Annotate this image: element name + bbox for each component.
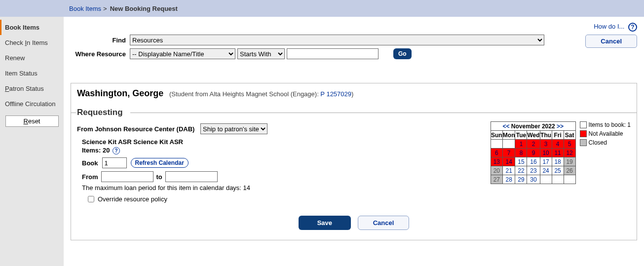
cal-dow: Sat	[564, 131, 575, 140]
breadcrumb-link[interactable]: Book Items	[69, 5, 101, 12]
from-location: Johnson Resource Center (DAB)	[95, 125, 194, 133]
book-label: Book	[82, 159, 98, 167]
sidebar-item-check-in[interactable]: Check In Items	[0, 35, 64, 50]
from-date-label: From	[82, 173, 98, 181]
cal-day: 2	[527, 140, 540, 149]
from-label: From	[77, 125, 93, 133]
cancel-search-button[interactable]: Cancel	[585, 35, 637, 48]
cal-title: November 2022	[511, 123, 555, 130]
cal-day: 20	[491, 166, 502, 175]
go-button[interactable]: Go	[393, 48, 412, 59]
cal-day: 1	[515, 140, 527, 149]
attribute-select[interactable]: -- Displayable Name/Title	[130, 48, 235, 59]
cal-day: 26	[564, 166, 575, 175]
legend-closed: Closed	[589, 139, 607, 146]
legend-book: Items to book: 1	[589, 121, 631, 128]
breadcrumb-current: New Booking Request	[110, 5, 178, 12]
sidebar: Book Items Check In Items Renew Item Sta…	[0, 17, 64, 266]
from-date-input[interactable]	[101, 171, 153, 182]
to-date-label: to	[156, 173, 162, 181]
cal-dow: Tue	[515, 131, 527, 140]
cal-day[interactable]: 16	[527, 157, 540, 166]
patron-id-link[interactable]: P 1257029	[320, 90, 351, 98]
sidebar-item-patron-status[interactable]: Patron Status	[0, 81, 64, 96]
book-qty-input[interactable]	[102, 157, 127, 168]
swatch-book	[580, 121, 587, 128]
loan-period-msg: The maximum loan period for this item in…	[82, 184, 481, 191]
cal-day[interactable]: 23	[527, 166, 540, 175]
cal-day: 10	[540, 149, 552, 157]
items-label: Items:	[82, 147, 101, 154]
where-label: Where Resource	[71, 50, 130, 58]
cal-day: 12	[564, 149, 575, 157]
cal-dow: Sun	[491, 131, 502, 140]
cal-day[interactable]: 30	[527, 175, 540, 184]
save-button[interactable]: Save	[299, 216, 351, 230]
override-label: Override resource policy	[98, 195, 167, 203]
refresh-calendar-button[interactable]: Refresh Calendar	[131, 158, 189, 168]
cancel-button[interactable]: Cancel	[358, 216, 410, 230]
cal-day: 9	[527, 149, 540, 157]
cal-day[interactable]: 24	[540, 166, 552, 175]
cal-day: 7	[502, 149, 515, 157]
help-link[interactable]: How do I...	[594, 23, 624, 30]
item-title: Science Kit ASR Science Kit ASR	[82, 138, 481, 146]
cal-day	[552, 175, 564, 184]
cal-day[interactable]: 28	[502, 175, 515, 184]
cal-day[interactable]: 17	[540, 157, 552, 166]
cal-day[interactable]: 21	[502, 166, 515, 175]
reset-button[interactable]: Reset	[5, 115, 59, 127]
to-date-input[interactable]	[165, 171, 218, 182]
main-content: How do I... ? Cancel Find Resources Wher…	[64, 17, 644, 266]
breadcrumb-bar: Book Items > New Booking Request	[0, 0, 644, 17]
help-icon[interactable]: ?	[628, 23, 637, 32]
find-label: Find	[71, 37, 130, 44]
breadcrumb-separator: >	[103, 5, 107, 12]
reset-label: eset	[28, 117, 40, 125]
cal-dow: Thu	[540, 131, 552, 140]
cal-day: 4	[552, 140, 564, 149]
cal-day: 5	[564, 140, 575, 149]
cal-day: 11	[552, 149, 564, 157]
cal-day	[502, 140, 515, 149]
cal-day[interactable]: 18	[552, 157, 564, 166]
cal-day[interactable]: 25	[552, 166, 564, 175]
cal-day: 6	[491, 149, 502, 157]
cal-dow: Mon	[502, 131, 515, 140]
cal-day: 8	[515, 149, 527, 157]
operator-select[interactable]: Starts With	[237, 48, 285, 59]
cal-dow: Wed	[527, 131, 540, 140]
legend-na: Not Available	[589, 130, 623, 137]
cal-day[interactable]: 29	[515, 175, 527, 184]
patron-name: Washington, George	[77, 88, 163, 98]
cal-prev[interactable]: <<	[503, 123, 510, 130]
cal-day: 19	[564, 157, 575, 166]
cal-day: 3	[540, 140, 552, 149]
sidebar-item-book-items[interactable]: Book Items	[0, 20, 64, 35]
swatch-closed	[580, 139, 587, 146]
cal-day: 14	[502, 157, 515, 166]
cal-day	[540, 175, 552, 184]
override-checkbox[interactable]	[88, 196, 94, 202]
cal-day: 27	[491, 175, 502, 184]
swatch-na	[580, 130, 587, 137]
cal-next[interactable]: >>	[557, 123, 564, 130]
search-value-input[interactable]	[287, 48, 379, 59]
sidebar-item-item-status[interactable]: Item Status	[0, 66, 64, 81]
ship-select[interactable]: Ship to patron's site	[200, 123, 267, 134]
find-select[interactable]: Resources	[130, 35, 544, 45]
cal-day	[491, 140, 502, 149]
cal-day[interactable]: 15	[515, 157, 527, 166]
patron-info: (Student from Alta Heights Magnet School…	[169, 90, 353, 98]
requesting-legend: Requesting	[77, 108, 631, 117]
patron-panel: Washington, George (Student from Alta He…	[71, 83, 637, 240]
info-icon[interactable]: ?	[113, 147, 120, 154]
calendar: << November 2022 >> SunMonTueWedThuFriSa…	[491, 121, 576, 184]
items-count: 20	[103, 147, 110, 154]
calendar-legend: Items to book: 1 Not Available Closed	[580, 121, 631, 148]
cal-day	[564, 175, 575, 184]
sidebar-item-offline-circ[interactable]: Offline Circulation	[0, 96, 64, 112]
cal-day: 13	[491, 157, 502, 166]
sidebar-item-renew[interactable]: Renew	[0, 50, 64, 66]
cal-day[interactable]: 22	[515, 166, 527, 175]
